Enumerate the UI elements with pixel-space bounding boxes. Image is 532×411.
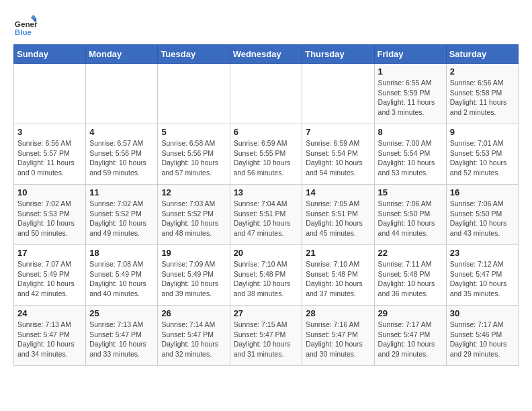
calendar-cell: 1Sunrise: 6:55 AMSunset: 5:59 PMDaylight…	[374, 64, 446, 124]
cell-info: Sunrise: 7:13 AMSunset: 5:47 PMDaylight:…	[89, 320, 154, 359]
cell-info: Sunrise: 7:02 AMSunset: 5:52 PMDaylight:…	[89, 199, 154, 238]
calendar-cell	[86, 64, 158, 124]
cell-day-number: 23	[450, 248, 515, 258]
cell-info: Sunrise: 6:56 AMSunset: 5:58 PMDaylight:…	[450, 78, 515, 118]
cell-info: Sunrise: 7:11 AMSunset: 5:48 PMDaylight:…	[378, 259, 443, 299]
calendar-cell: 11Sunrise: 7:02 AMSunset: 5:52 PMDayligh…	[86, 185, 158, 245]
cell-day-number: 18	[89, 248, 154, 258]
cell-info: Sunrise: 6:58 AMSunset: 5:56 PMDaylight:…	[161, 138, 226, 178]
cell-day-number: 2	[450, 66, 515, 77]
cell-day-number: 5	[161, 127, 226, 137]
svg-text:Blue: Blue	[15, 28, 32, 36]
cell-info: Sunrise: 7:16 AMSunset: 5:47 PMDaylight:…	[306, 320, 370, 359]
cell-day-number: 20	[234, 248, 299, 258]
cell-info: Sunrise: 7:12 AMSunset: 5:47 PMDaylight:…	[450, 259, 515, 299]
calendar-cell: 28Sunrise: 7:16 AMSunset: 5:47 PMDayligh…	[302, 306, 374, 366]
calendar-cell: 5Sunrise: 6:58 AMSunset: 5:56 PMDaylight…	[158, 124, 230, 185]
calendar-cell: 20Sunrise: 7:10 AMSunset: 5:48 PMDayligh…	[230, 245, 302, 306]
logo-icon: General Blue	[13, 13, 38, 38]
cell-day-number: 16	[450, 187, 515, 197]
cell-day-number: 25	[89, 308, 154, 318]
cell-info: Sunrise: 6:56 AMSunset: 5:57 PMDaylight:…	[17, 138, 82, 178]
cell-day-number: 19	[161, 248, 226, 258]
cell-info: Sunrise: 6:59 AMSunset: 5:55 PMDaylight:…	[234, 138, 299, 178]
cell-day-number: 4	[89, 127, 154, 137]
cell-info: Sunrise: 7:09 AMSunset: 5:49 PMDaylight:…	[161, 259, 226, 299]
cell-info: Sunrise: 6:57 AMSunset: 5:56 PMDaylight:…	[89, 138, 154, 178]
cell-day-number: 9	[450, 127, 515, 137]
day-header-thursday: Thursday	[302, 45, 374, 64]
cell-info: Sunrise: 7:05 AMSunset: 5:51 PMDaylight:…	[306, 199, 370, 238]
cell-info: Sunrise: 7:17 AMSunset: 5:47 PMDaylight:…	[378, 320, 443, 359]
cell-info: Sunrise: 7:13 AMSunset: 5:47 PMDaylight:…	[17, 320, 82, 359]
day-header-tuesday: Tuesday	[158, 45, 230, 64]
cell-info: Sunrise: 7:03 AMSunset: 5:52 PMDaylight:…	[161, 199, 226, 238]
cell-day-number: 22	[378, 248, 443, 258]
calendar-cell: 17Sunrise: 7:07 AMSunset: 5:49 PMDayligh…	[14, 245, 86, 306]
day-header-monday: Monday	[86, 45, 158, 64]
calendar-cell	[230, 64, 302, 124]
calendar-cell: 26Sunrise: 7:14 AMSunset: 5:47 PMDayligh…	[158, 306, 230, 366]
calendar-cell: 30Sunrise: 7:17 AMSunset: 5:46 PMDayligh…	[446, 306, 518, 366]
calendar-cell: 12Sunrise: 7:03 AMSunset: 5:52 PMDayligh…	[158, 185, 230, 245]
calendar-cell: 3Sunrise: 6:56 AMSunset: 5:57 PMDaylight…	[14, 124, 86, 185]
cell-info: Sunrise: 6:55 AMSunset: 5:59 PMDaylight:…	[378, 78, 443, 118]
calendar-cell: 15Sunrise: 7:06 AMSunset: 5:50 PMDayligh…	[374, 185, 446, 245]
cell-info: Sunrise: 7:06 AMSunset: 5:50 PMDaylight:…	[450, 199, 515, 238]
calendar-cell: 6Sunrise: 6:59 AMSunset: 5:55 PMDaylight…	[230, 124, 302, 185]
calendar-cell: 8Sunrise: 7:00 AMSunset: 5:54 PMDaylight…	[374, 124, 446, 185]
cell-day-number: 26	[161, 308, 226, 318]
cell-day-number: 29	[378, 308, 443, 318]
cell-day-number: 24	[17, 308, 82, 318]
cell-info: Sunrise: 7:14 AMSunset: 5:47 PMDaylight:…	[161, 320, 226, 359]
calendar-table: SundayMondayTuesdayWednesdayThursdayFrid…	[13, 44, 519, 366]
calendar-week-2: 3Sunrise: 6:56 AMSunset: 5:57 PMDaylight…	[14, 124, 519, 185]
day-header-wednesday: Wednesday	[230, 45, 302, 64]
calendar-cell: 10Sunrise: 7:02 AMSunset: 5:53 PMDayligh…	[14, 185, 86, 245]
calendar-cell: 2Sunrise: 6:56 AMSunset: 5:58 PMDaylight…	[446, 64, 518, 124]
calendar-cell: 18Sunrise: 7:08 AMSunset: 5:49 PMDayligh…	[86, 245, 158, 306]
cell-day-number: 21	[306, 248, 370, 258]
calendar-cell	[14, 64, 86, 124]
cell-info: Sunrise: 7:10 AMSunset: 5:48 PMDaylight:…	[234, 259, 299, 299]
calendar-cell: 25Sunrise: 7:13 AMSunset: 5:47 PMDayligh…	[86, 306, 158, 366]
logo: General Blue	[13, 13, 38, 38]
cell-day-number: 10	[17, 187, 82, 197]
cell-info: Sunrise: 7:00 AMSunset: 5:54 PMDaylight:…	[378, 138, 443, 178]
day-header-saturday: Saturday	[446, 45, 518, 64]
calendar-cell: 14Sunrise: 7:05 AMSunset: 5:51 PMDayligh…	[302, 185, 374, 245]
page-header: General Blue	[13, 13, 519, 38]
calendar-cell	[158, 64, 230, 124]
calendar-cell: 27Sunrise: 7:15 AMSunset: 5:47 PMDayligh…	[230, 306, 302, 366]
cell-info: Sunrise: 7:06 AMSunset: 5:50 PMDaylight:…	[378, 199, 443, 238]
calendar-week-4: 17Sunrise: 7:07 AMSunset: 5:49 PMDayligh…	[14, 245, 519, 306]
calendar-cell: 21Sunrise: 7:10 AMSunset: 5:48 PMDayligh…	[302, 245, 374, 306]
calendar-cell: 22Sunrise: 7:11 AMSunset: 5:48 PMDayligh…	[374, 245, 446, 306]
cell-day-number: 8	[378, 127, 443, 137]
cell-day-number: 30	[450, 308, 515, 318]
cell-day-number: 11	[89, 187, 154, 197]
calendar-cell	[302, 64, 374, 124]
cell-day-number: 3	[17, 127, 82, 137]
cell-day-number: 6	[234, 127, 299, 137]
cell-day-number: 27	[234, 308, 299, 318]
cell-info: Sunrise: 7:04 AMSunset: 5:51 PMDaylight:…	[234, 199, 299, 238]
day-header-friday: Friday	[374, 45, 446, 64]
calendar-week-5: 24Sunrise: 7:13 AMSunset: 5:47 PMDayligh…	[14, 306, 519, 366]
calendar-cell: 24Sunrise: 7:13 AMSunset: 5:47 PMDayligh…	[14, 306, 86, 366]
cell-day-number: 12	[161, 187, 226, 197]
day-header-sunday: Sunday	[14, 45, 86, 64]
calendar-cell: 29Sunrise: 7:17 AMSunset: 5:47 PMDayligh…	[374, 306, 446, 366]
svg-marker-2	[30, 15, 36, 18]
calendar-cell: 19Sunrise: 7:09 AMSunset: 5:49 PMDayligh…	[158, 245, 230, 306]
calendar-cell: 13Sunrise: 7:04 AMSunset: 5:51 PMDayligh…	[230, 185, 302, 245]
calendar-cell: 9Sunrise: 7:01 AMSunset: 5:53 PMDaylight…	[446, 124, 518, 185]
cell-info: Sunrise: 6:59 AMSunset: 5:54 PMDaylight:…	[306, 138, 370, 178]
cell-info: Sunrise: 7:17 AMSunset: 5:46 PMDaylight:…	[450, 320, 515, 359]
calendar-header-row: SundayMondayTuesdayWednesdayThursdayFrid…	[14, 45, 519, 64]
cell-day-number: 13	[234, 187, 299, 197]
cell-info: Sunrise: 7:02 AMSunset: 5:53 PMDaylight:…	[17, 199, 82, 238]
cell-day-number: 14	[306, 187, 370, 197]
calendar-cell: 4Sunrise: 6:57 AMSunset: 5:56 PMDaylight…	[86, 124, 158, 185]
cell-info: Sunrise: 7:01 AMSunset: 5:53 PMDaylight:…	[450, 138, 515, 178]
